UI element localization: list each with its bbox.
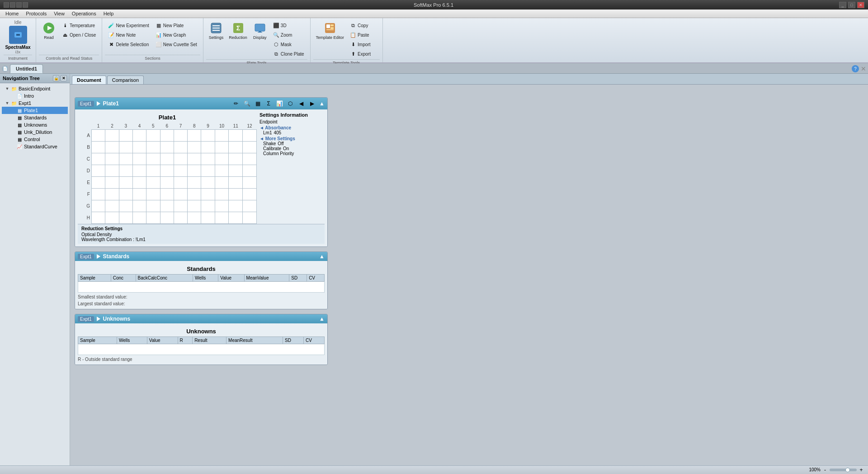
menu-protocols[interactable]: Protocols — [22, 10, 50, 17]
new-note-button[interactable]: 📝 New Note — [106, 30, 151, 39]
plate-cell-H11[interactable] — [229, 212, 243, 224]
plate-cell-G5[interactable] — [146, 200, 160, 212]
plate-cell-E6[interactable] — [160, 177, 174, 189]
plate-cell-G3[interactable] — [119, 200, 132, 212]
export-button[interactable]: ⬆ Export — [348, 49, 378, 58]
standards-header[interactable]: Expt1 Standards ▲ — [75, 252, 327, 261]
open-close-button[interactable]: ⏏ Open / Close — [60, 30, 98, 39]
plate-cell-A10[interactable] — [215, 130, 229, 142]
plate-cell-B10[interactable] — [215, 142, 229, 153]
plate-cell-B2[interactable] — [105, 142, 119, 153]
plate-cell-D6[interactable] — [160, 165, 174, 177]
plate-cell-H12[interactable] — [243, 212, 257, 224]
plate-cell-F9[interactable] — [201, 189, 215, 200]
plate-cell-C9[interactable] — [201, 153, 215, 165]
toggle-basicendpoint[interactable]: ▼ — [5, 86, 9, 91]
plate-cell-E10[interactable] — [215, 177, 229, 189]
collapse-plate-button[interactable]: ▲ — [319, 100, 325, 107]
paste-button[interactable]: 📋 Paste — [348, 30, 378, 39]
maximize-button[interactable]: □ — [848, 2, 855, 8]
doc-tab-untitled1[interactable]: Untitled1 — [10, 64, 43, 73]
plate-cell-F3[interactable] — [119, 189, 132, 200]
three-d-button[interactable]: ⬛ 3D — [271, 21, 307, 30]
import-button[interactable]: ⬇ Import — [348, 40, 378, 49]
nav-collapse-button[interactable]: ✕ — [61, 75, 67, 81]
new-graph-button[interactable]: 📊 New Graph — [153, 30, 199, 39]
plate-cell-G1[interactable] — [91, 200, 105, 212]
plate-section-header[interactable]: Expt1 Plate1 ✏ 🔍 ▦ Σ 📊 ⬡ ◀ ▶ — [75, 98, 327, 109]
plate-cell-A6[interactable] — [160, 130, 174, 142]
titlebar-controls[interactable]: _ □ ✕ — [839, 2, 864, 8]
minimize-button[interactable]: _ — [839, 2, 846, 8]
plate-cell-F2[interactable] — [105, 189, 119, 200]
plate-cell-B7[interactable] — [174, 142, 187, 153]
collapse-standards-button[interactable]: ▲ — [319, 253, 325, 260]
menu-home[interactable]: Home — [2, 10, 22, 17]
plate-cell-E12[interactable] — [243, 177, 257, 189]
zoom-out-button[interactable]: - — [822, 467, 828, 473]
plate-cell-F11[interactable] — [229, 189, 243, 200]
display-button[interactable]: Display — [250, 20, 270, 42]
plate-cell-F12[interactable] — [243, 189, 257, 200]
plate-cell-H4[interactable] — [132, 212, 146, 224]
plate-cell-E7[interactable] — [174, 177, 187, 189]
plate-cell-G12[interactable] — [243, 200, 257, 212]
plate-cell-D11[interactable] — [229, 165, 243, 177]
plate-cell-A11[interactable] — [229, 130, 243, 142]
plate-cell-C2[interactable] — [105, 153, 119, 165]
plate-cell-H8[interactable] — [188, 212, 201, 224]
plate-sum-button[interactable]: Σ — [264, 99, 273, 108]
plate-cell-C10[interactable] — [215, 153, 229, 165]
plate-mask-button[interactable]: ⬡ — [286, 99, 295, 108]
plate-cell-A7[interactable] — [174, 130, 187, 142]
plate-cell-D10[interactable] — [215, 165, 229, 177]
plate-cell-F5[interactable] — [146, 189, 160, 200]
plate-cell-F10[interactable] — [215, 189, 229, 200]
plate-cell-E2[interactable] — [105, 177, 119, 189]
nav-item-standardcurve[interactable]: 📈 StandardCurve — [2, 143, 68, 150]
plate-cell-D7[interactable] — [174, 165, 187, 177]
plate-cell-B9[interactable] — [201, 142, 215, 153]
plate-cell-G8[interactable] — [188, 200, 201, 212]
plate-cell-E1[interactable] — [91, 177, 105, 189]
reduction-button[interactable]: Σ Reduction — [226, 20, 250, 42]
toggle-expt1[interactable]: ▼ — [5, 101, 9, 105]
plate-cell-D2[interactable] — [105, 165, 119, 177]
plate-prev-button[interactable]: ◀ — [297, 99, 306, 108]
plate-cell-F1[interactable] — [91, 189, 105, 200]
zoom-slider[interactable] — [830, 469, 857, 471]
plate-cell-D4[interactable] — [132, 165, 146, 177]
temperature-button[interactable]: 🌡 Temperature — [60, 21, 98, 30]
plate-cell-C8[interactable] — [188, 153, 201, 165]
plate-cell-B6[interactable] — [160, 142, 174, 153]
plate-cell-A9[interactable] — [201, 130, 215, 142]
plate-cell-B5[interactable] — [146, 142, 160, 153]
collapse-unknowns-button[interactable]: ▲ — [319, 316, 325, 322]
plate-cell-E4[interactable] — [132, 177, 146, 189]
plate-cell-A1[interactable] — [91, 130, 105, 142]
plate-cell-B3[interactable] — [119, 142, 132, 153]
plate-cell-B1[interactable] — [91, 142, 105, 153]
unk-cell[interactable] — [78, 344, 325, 355]
plate-cell-H2[interactable] — [105, 212, 119, 224]
new-experiment-button[interactable]: 🧪 New Experiment — [106, 21, 151, 30]
clone-plate-button[interactable]: ⧉ Clone Plate — [271, 49, 307, 58]
plate-cell-B12[interactable] — [243, 142, 257, 153]
plate-cell-C11[interactable] — [229, 153, 243, 165]
read-button[interactable]: Read — [39, 20, 59, 42]
plate-cell-B8[interactable] — [188, 142, 201, 153]
new-cuvette-button[interactable]: ⬜ New Cuvette Set — [153, 40, 199, 49]
plate-cell-H1[interactable] — [91, 212, 105, 224]
plate-cell-A12[interactable] — [243, 130, 257, 142]
plate-next-button[interactable]: ▶ — [307, 99, 316, 108]
plate-cell-H7[interactable] — [174, 212, 187, 224]
plate-cell-G4[interactable] — [132, 200, 146, 212]
menu-view[interactable]: View — [50, 10, 68, 17]
unknowns-header[interactable]: Expt1 Unknowns ▲ — [75, 314, 327, 323]
nav-item-expt1[interactable]: ▼ 📁 Expt1 — [2, 100, 68, 107]
nav-close-button[interactable]: ✕ — [861, 65, 866, 72]
nav-item-unknowns[interactable]: ▦ Unknowns — [2, 121, 68, 128]
plate-cell-A2[interactable] — [105, 130, 119, 142]
nav-item-standards[interactable]: ▦ Standards — [2, 114, 68, 121]
plate-cell-B11[interactable] — [229, 142, 243, 153]
